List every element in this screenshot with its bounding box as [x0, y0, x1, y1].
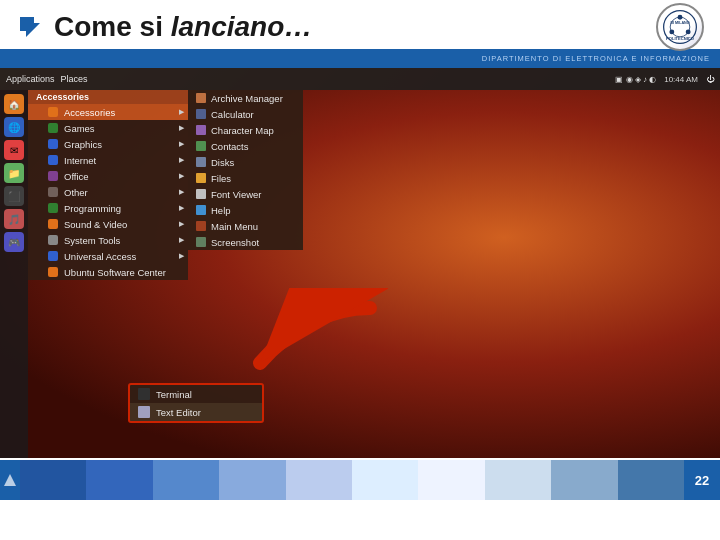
sound-icon: [48, 219, 58, 229]
arrow-icon: [16, 13, 44, 41]
submenu-arrow-sys: ▶: [179, 236, 184, 244]
submenu-arrow-other: ▶: [179, 188, 184, 196]
text-editor-icon: [138, 406, 150, 418]
submenu-files[interactable]: Files: [188, 170, 303, 186]
accessories-submenu: Archive Manager Calculator Character Map…: [188, 90, 303, 250]
submenu-arrow: ▶: [179, 108, 184, 116]
programming-icon: [48, 203, 58, 213]
svg-marker-0: [20, 17, 40, 37]
launcher-icon-1[interactable]: 🏠: [4, 94, 24, 114]
menu-item-ubuntu-software[interactable]: Ubuntu Software Center: [28, 264, 188, 280]
footer-left: [0, 460, 20, 500]
menu-item-graphics[interactable]: Graphics ▶: [28, 136, 188, 152]
desktop-screenshot: Applications Places ▣ ◉ ◈ ♪ ◐ 10:44 AM ⏻…: [0, 68, 720, 458]
archive-icon: [196, 93, 206, 103]
submenu-arrow-sound: ▶: [179, 220, 184, 228]
slide-title: Come si lanciano…: [16, 11, 312, 43]
submenu-disks[interactable]: Disks: [188, 154, 303, 170]
footer-block-1: [20, 460, 86, 500]
other-icon: [48, 187, 58, 197]
footer-color-blocks: [20, 460, 684, 500]
footer-block-8: [485, 460, 551, 500]
slide-header: Come si lanciano… POLITECNICO DI MILANO: [0, 0, 720, 52]
menu-item-games[interactable]: Games ▶: [28, 120, 188, 136]
red-arrow: [230, 288, 390, 388]
graphics-icon: [48, 139, 58, 149]
logo-image: POLITECNICO DI MILANO: [656, 3, 704, 51]
menu-item-accessories[interactable]: Accessories ▶: [28, 104, 188, 120]
submenu-arrow-ua: ▶: [179, 252, 184, 260]
svg-text:POLITECNICO: POLITECNICO: [666, 36, 694, 41]
footer-logo-small: [4, 474, 16, 486]
svg-point-3: [678, 14, 683, 19]
calculator-icon: [196, 109, 206, 119]
internet-icon: [48, 155, 58, 165]
menu-item-sound[interactable]: Sound & Video ▶: [28, 216, 188, 232]
help-icon: [196, 205, 206, 215]
submenu-arrow-graphics: ▶: [179, 140, 184, 148]
universal-icon: [48, 251, 58, 261]
office-icon: [48, 171, 58, 181]
submenu-charmap[interactable]: Character Map: [188, 122, 303, 138]
page-number: 22: [684, 460, 720, 500]
menu-item-programming[interactable]: Programming ▶: [28, 200, 188, 216]
svg-point-4: [686, 29, 691, 34]
footer-block-9: [551, 460, 617, 500]
topbar-right: ▣ ◉ ◈ ♪ ◐ 10:44 AM ⏻: [615, 75, 714, 84]
launcher-icon-2[interactable]: 🌐: [4, 117, 24, 137]
submenu-fontviewer[interactable]: Font Viewer: [188, 186, 303, 202]
launcher-icon-4[interactable]: 📁: [4, 163, 24, 183]
mainmenu-icon: [196, 221, 206, 231]
submenu-screenshot[interactable]: Screenshot: [188, 234, 303, 250]
footer-block-6: [352, 460, 418, 500]
text-editor-item[interactable]: Text Editor: [130, 403, 262, 421]
apps-places: Applications Places: [6, 74, 88, 84]
files-icon: [196, 173, 206, 183]
submenu-archive[interactable]: Archive Manager: [188, 90, 303, 106]
submenu-arrow-prog: ▶: [179, 204, 184, 212]
applications-menu[interactable]: Applications: [6, 74, 55, 84]
accessories-icon: [48, 107, 58, 117]
launcher-icon-7[interactable]: 🎮: [4, 232, 24, 252]
title-text: Come si lanciano…: [54, 11, 312, 43]
disks-icon: [196, 157, 206, 167]
fontviewer-icon: [196, 189, 206, 199]
logo-area: POLITECNICO DI MILANO: [656, 3, 704, 51]
terminal-icon: [138, 388, 150, 400]
footer-block-3: [153, 460, 219, 500]
menu-item-internet[interactable]: Internet ▶: [28, 152, 188, 168]
menu-item-office[interactable]: Office ▶: [28, 168, 188, 184]
contacts-icon: [196, 141, 206, 151]
svg-marker-9: [4, 474, 16, 486]
submenu-contacts[interactable]: Contacts: [188, 138, 303, 154]
launcher-icon-5[interactable]: ⬛: [4, 186, 24, 206]
slide-footer: 22: [0, 460, 720, 500]
footer-block-5: [286, 460, 352, 500]
screenshot-icon: [196, 237, 206, 247]
footer-block-7: [418, 460, 484, 500]
menu-item-universal[interactable]: Universal Access ▶: [28, 248, 188, 264]
ubuntu-sw-icon: [48, 267, 58, 277]
submenu-mainmenu[interactable]: Main Menu: [188, 218, 303, 234]
places-menu[interactable]: Places: [61, 74, 88, 84]
ubuntu-topbar: Applications Places ▣ ◉ ◈ ♪ ◐ 10:44 AM ⏻: [0, 68, 720, 90]
submenu-calculator[interactable]: Calculator: [188, 106, 303, 122]
highlighted-apps-box: Terminal Text Editor: [128, 383, 264, 423]
menu-item-other[interactable]: Other ▶: [28, 184, 188, 200]
footer-block-4: [219, 460, 285, 500]
topbar-icons: ▣ ◉ ◈ ♪ ◐: [615, 75, 656, 84]
svg-point-5: [669, 29, 674, 34]
svg-text:DI MILANO: DI MILANO: [670, 20, 689, 24]
menu-item-system[interactable]: System Tools ▶: [28, 232, 188, 248]
launcher-icon-3[interactable]: ✉: [4, 140, 24, 160]
menu-header: Accessories: [28, 90, 188, 104]
applications-menu-panel: Accessories Accessories ▶ Games ▶ Graphi…: [28, 90, 188, 280]
department-label: DIPARTIMENTO DI ELETTRONICA E INFORMAZIO…: [0, 52, 720, 68]
submenu-arrow-games: ▶: [179, 124, 184, 132]
submenu-help[interactable]: Help: [188, 202, 303, 218]
system-icon: [48, 235, 58, 245]
footer-block-2: [86, 460, 152, 500]
submenu-arrow-internet: ▶: [179, 156, 184, 164]
clock: 10:44 AM: [664, 75, 698, 84]
launcher-icon-6[interactable]: 🎵: [4, 209, 24, 229]
